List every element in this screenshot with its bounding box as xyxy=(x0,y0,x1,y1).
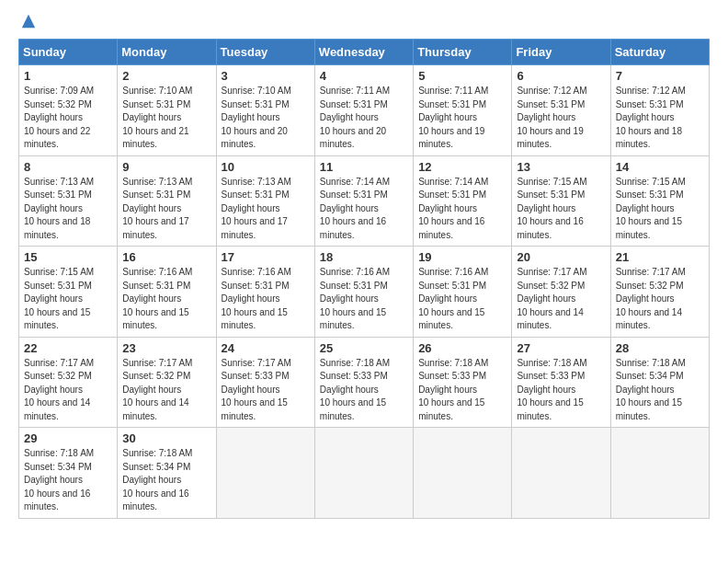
cell-info: Sunrise: 7:16 AMSunset: 5:31 PMDaylight … xyxy=(222,267,291,330)
cell-info: Sunrise: 7:13 AMSunset: 5:31 PMDaylight … xyxy=(24,177,94,240)
cell-info: Sunrise: 7:09 AMSunset: 5:32 PMDaylight … xyxy=(24,86,94,149)
cell-info: Sunrise: 7:15 AMSunset: 5:31 PMDaylight … xyxy=(24,267,94,330)
calendar-cell: 1 Sunrise: 7:09 AMSunset: 5:32 PMDayligh… xyxy=(19,65,118,156)
cell-info: Sunrise: 7:13 AMSunset: 5:31 PMDaylight … xyxy=(222,177,291,240)
header-row: SundayMondayTuesdayWednesdayThursdayFrid… xyxy=(19,40,710,65)
cell-info: Sunrise: 7:10 AMSunset: 5:31 PMDaylight … xyxy=(122,86,192,149)
week-row-1: 8 Sunrise: 7:13 AMSunset: 5:31 PMDayligh… xyxy=(19,155,710,247)
calendar-cell: 25 Sunrise: 7:18 AMSunset: 5:33 PMDaylig… xyxy=(314,337,413,428)
cell-info: Sunrise: 7:18 AMSunset: 5:34 PMDaylight … xyxy=(122,448,192,511)
day-number: 23 xyxy=(122,341,210,355)
calendar-table: SundayMondayTuesdayWednesdayThursdayFrid… xyxy=(18,39,710,519)
calendar-cell: 22 Sunrise: 7:17 AMSunset: 5:32 PMDaylig… xyxy=(19,337,118,428)
day-number: 11 xyxy=(320,160,408,174)
calendar-cell: 8 Sunrise: 7:13 AMSunset: 5:31 PMDayligh… xyxy=(19,155,118,247)
day-number: 28 xyxy=(616,341,704,355)
col-header-saturday: Saturday xyxy=(610,40,709,65)
calendar-cell: 11 Sunrise: 7:14 AMSunset: 5:31 PMDaylig… xyxy=(314,155,413,247)
calendar-cell: 12 Sunrise: 7:14 AMSunset: 5:31 PMDaylig… xyxy=(414,155,512,247)
cell-info: Sunrise: 7:18 AMSunset: 5:34 PMDaylight … xyxy=(24,448,94,511)
cell-info: Sunrise: 7:18 AMSunset: 5:33 PMDaylight … xyxy=(517,358,586,421)
calendar-cell: 3 Sunrise: 7:10 AMSunset: 5:31 PMDayligh… xyxy=(216,65,314,156)
calendar-cell: 18 Sunrise: 7:16 AMSunset: 5:31 PMDaylig… xyxy=(314,247,413,338)
day-number: 20 xyxy=(517,250,605,264)
calendar-cell: 30 Sunrise: 7:18 AMSunset: 5:34 PMDaylig… xyxy=(118,428,216,519)
cell-info: Sunrise: 7:17 AMSunset: 5:32 PMDaylight … xyxy=(122,358,192,421)
day-number: 26 xyxy=(418,341,506,355)
col-header-thursday: Thursday xyxy=(414,40,512,65)
day-number: 7 xyxy=(616,69,704,83)
day-number: 18 xyxy=(320,250,408,264)
calendar-cell: 23 Sunrise: 7:17 AMSunset: 5:32 PMDaylig… xyxy=(118,337,216,428)
day-number: 14 xyxy=(616,160,704,174)
calendar-cell: 2 Sunrise: 7:10 AMSunset: 5:31 PMDayligh… xyxy=(118,65,216,156)
day-number: 2 xyxy=(122,69,210,83)
day-number: 30 xyxy=(122,431,210,445)
cell-info: Sunrise: 7:13 AMSunset: 5:31 PMDaylight … xyxy=(122,177,192,240)
cell-info: Sunrise: 7:11 AMSunset: 5:31 PMDaylight … xyxy=(418,86,488,149)
cell-info: Sunrise: 7:11 AMSunset: 5:31 PMDaylight … xyxy=(320,86,390,149)
cell-info: Sunrise: 7:17 AMSunset: 5:33 PMDaylight … xyxy=(222,358,291,421)
day-number: 13 xyxy=(517,160,605,174)
cell-info: Sunrise: 7:16 AMSunset: 5:31 PMDaylight … xyxy=(122,267,192,330)
cell-info: Sunrise: 7:17 AMSunset: 5:32 PMDaylight … xyxy=(24,358,94,421)
cell-info: Sunrise: 7:18 AMSunset: 5:33 PMDaylight … xyxy=(320,358,390,421)
logo xyxy=(18,18,37,29)
day-number: 16 xyxy=(122,250,210,264)
day-number: 3 xyxy=(222,69,310,83)
day-number: 27 xyxy=(517,341,605,355)
calendar-cell: 4 Sunrise: 7:11 AMSunset: 5:31 PMDayligh… xyxy=(314,65,413,156)
cell-info: Sunrise: 7:18 AMSunset: 5:34 PMDaylight … xyxy=(616,358,686,421)
col-header-monday: Monday xyxy=(118,40,216,65)
day-number: 9 xyxy=(122,160,210,174)
day-number: 12 xyxy=(418,160,506,174)
day-number: 8 xyxy=(24,160,112,174)
calendar-cell: 29 Sunrise: 7:18 AMSunset: 5:34 PMDaylig… xyxy=(19,428,118,519)
day-number: 24 xyxy=(222,341,310,355)
day-number: 6 xyxy=(517,69,605,83)
calendar-cell: 9 Sunrise: 7:13 AMSunset: 5:31 PMDayligh… xyxy=(118,155,216,247)
day-number: 10 xyxy=(222,160,310,174)
cell-info: Sunrise: 7:10 AMSunset: 5:31 PMDaylight … xyxy=(222,86,291,149)
cell-info: Sunrise: 7:17 AMSunset: 5:32 PMDaylight … xyxy=(616,267,686,330)
calendar-cell xyxy=(314,428,413,519)
calendar-cell: 10 Sunrise: 7:13 AMSunset: 5:31 PMDaylig… xyxy=(216,155,314,247)
cell-info: Sunrise: 7:14 AMSunset: 5:31 PMDaylight … xyxy=(418,177,488,240)
calendar-cell: 24 Sunrise: 7:17 AMSunset: 5:33 PMDaylig… xyxy=(216,337,314,428)
cell-info: Sunrise: 7:15 AMSunset: 5:31 PMDaylight … xyxy=(616,177,686,240)
calendar-cell xyxy=(414,428,512,519)
calendar-cell: 28 Sunrise: 7:18 AMSunset: 5:34 PMDaylig… xyxy=(610,337,709,428)
day-number: 21 xyxy=(616,250,704,264)
calendar-cell: 20 Sunrise: 7:17 AMSunset: 5:32 PMDaylig… xyxy=(512,247,610,338)
day-number: 15 xyxy=(24,250,112,264)
day-number: 5 xyxy=(418,69,506,83)
calendar-cell: 5 Sunrise: 7:11 AMSunset: 5:31 PMDayligh… xyxy=(414,65,512,156)
calendar-cell xyxy=(216,428,314,519)
cell-info: Sunrise: 7:12 AMSunset: 5:31 PMDaylight … xyxy=(616,86,686,149)
day-number: 19 xyxy=(418,250,506,264)
logo-icon xyxy=(20,13,37,29)
calendar-cell: 14 Sunrise: 7:15 AMSunset: 5:31 PMDaylig… xyxy=(610,155,709,247)
calendar-cell xyxy=(610,428,709,519)
cell-info: Sunrise: 7:17 AMSunset: 5:32 PMDaylight … xyxy=(517,267,586,330)
week-row-2: 15 Sunrise: 7:15 AMSunset: 5:31 PMDaylig… xyxy=(19,247,710,338)
cell-info: Sunrise: 7:14 AMSunset: 5:31 PMDaylight … xyxy=(320,177,390,240)
day-number: 22 xyxy=(24,341,112,355)
day-number: 29 xyxy=(24,431,112,445)
cell-info: Sunrise: 7:16 AMSunset: 5:31 PMDaylight … xyxy=(320,267,390,330)
col-header-friday: Friday xyxy=(512,40,610,65)
cell-info: Sunrise: 7:18 AMSunset: 5:33 PMDaylight … xyxy=(418,358,488,421)
col-header-sunday: Sunday xyxy=(19,40,118,65)
calendar-cell: 7 Sunrise: 7:12 AMSunset: 5:31 PMDayligh… xyxy=(610,65,709,156)
day-number: 1 xyxy=(24,69,112,83)
calendar-cell: 21 Sunrise: 7:17 AMSunset: 5:32 PMDaylig… xyxy=(610,247,709,338)
week-row-4: 29 Sunrise: 7:18 AMSunset: 5:34 PMDaylig… xyxy=(19,428,710,519)
cell-info: Sunrise: 7:12 AMSunset: 5:31 PMDaylight … xyxy=(517,86,586,149)
calendar-cell xyxy=(512,428,610,519)
calendar-cell: 13 Sunrise: 7:15 AMSunset: 5:31 PMDaylig… xyxy=(512,155,610,247)
calendar-cell: 19 Sunrise: 7:16 AMSunset: 5:31 PMDaylig… xyxy=(414,247,512,338)
day-number: 4 xyxy=(320,69,408,83)
cell-info: Sunrise: 7:16 AMSunset: 5:31 PMDaylight … xyxy=(418,267,488,330)
page-header xyxy=(18,18,710,29)
calendar-cell: 27 Sunrise: 7:18 AMSunset: 5:33 PMDaylig… xyxy=(512,337,610,428)
